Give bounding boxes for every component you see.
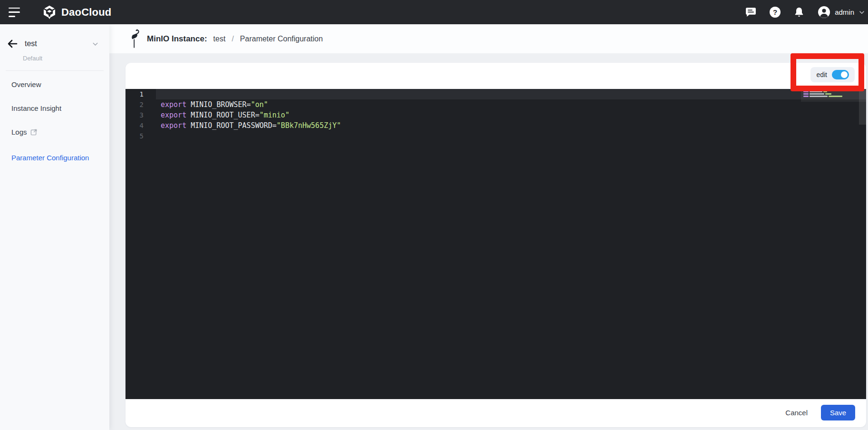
brand-logo[interactable]: DaoCloud <box>42 5 111 20</box>
code-text <box>156 89 866 99</box>
external-link-icon <box>30 128 38 136</box>
sidebar: test Default OverviewInstance InsightLog… <box>0 24 109 430</box>
code-line-5[interactable]: 5 <box>125 131 866 141</box>
line-number: 5 <box>125 131 156 141</box>
code-text <box>156 131 866 141</box>
breadcrumb-page: Parameter Configuration <box>240 35 323 43</box>
breadcrumb-title: MinIO Instance: <box>147 34 207 44</box>
sidebar-nav: OverviewInstance InsightLogsParameter Co… <box>0 72 109 169</box>
bell-icon[interactable] <box>793 7 805 18</box>
save-button[interactable]: Save <box>821 405 855 420</box>
project-chevron-down-icon[interactable] <box>92 40 99 48</box>
code-editor[interactable]: 12export MINIO_BROWSER="on"3export MINIO… <box>125 89 866 399</box>
project-namespace: Default <box>23 55 42 62</box>
avatar <box>818 6 830 19</box>
project-name[interactable]: test <box>25 39 37 48</box>
back-arrow-icon[interactable] <box>7 38 18 49</box>
code-line-4[interactable]: 4export MINIO_ROOT_PASSWORD="BBk7nHw565Z… <box>125 120 866 131</box>
breadcrumb-instance[interactable]: test <box>213 35 226 43</box>
sidebar-item-overview[interactable]: Overview <box>0 72 109 96</box>
chat-icon[interactable] <box>745 6 757 18</box>
parameter-config-panel: edit 12export MINIO_BROWSER="on"3export … <box>125 63 866 427</box>
code-text: export MINIO_ROOT_PASSWORD="BBk7nHw565Zj… <box>156 120 866 131</box>
user-menu[interactable]: admin <box>818 6 865 19</box>
help-icon[interactable]: ? <box>770 7 781 18</box>
topbar: DaoCloud ? admin <box>0 0 868 24</box>
cancel-button[interactable]: Cancel <box>784 407 809 419</box>
sidebar-divider <box>6 70 104 71</box>
sidebar-item-logs[interactable]: Logs <box>0 120 109 144</box>
code-line-2[interactable]: 2export MINIO_BROWSER="on" <box>125 99 866 110</box>
page-header: MinIO Instance: test / Parameter Configu… <box>109 24 868 53</box>
breadcrumb: MinIO Instance: test / Parameter Configu… <box>128 24 323 53</box>
sidebar-item-label: Overview <box>11 80 41 88</box>
sidebar-item-instance-insight[interactable]: Instance Insight <box>0 96 109 120</box>
toggle-knob <box>841 71 848 78</box>
sidebar-item-label: Logs <box>11 128 27 136</box>
edit-toggle-group: edit <box>810 67 855 82</box>
chevron-down-icon <box>858 9 865 16</box>
minio-bird-icon <box>128 29 141 49</box>
code-line-3[interactable]: 3export MINIO_ROOT_USER="minio" <box>125 110 866 120</box>
brand-name: DaoCloud <box>61 6 111 19</box>
panel-footer: Cancel Save <box>784 405 855 420</box>
daocloud-cube-icon <box>42 5 57 20</box>
line-number: 3 <box>125 110 156 120</box>
code-line-1[interactable]: 1 <box>125 89 866 99</box>
line-number: 2 <box>125 99 156 110</box>
sidebar-item-label: Parameter Configuration <box>11 154 89 162</box>
edit-toggle-switch[interactable] <box>832 70 849 79</box>
code-text: export MINIO_ROOT_USER="minio" <box>156 110 866 120</box>
code-text: export MINIO_BROWSER="on" <box>156 99 866 110</box>
sidebar-item-label: Instance Insight <box>11 104 61 112</box>
line-number: 4 <box>125 120 156 131</box>
sidebar-item-parameter-configuration[interactable]: Parameter Configuration <box>0 146 109 169</box>
username-label: admin <box>835 8 854 16</box>
breadcrumb-separator: / <box>231 35 233 43</box>
hamburger-menu-icon[interactable] <box>9 8 21 17</box>
line-number: 1 <box>125 89 156 99</box>
code-lines: 12export MINIO_BROWSER="on"3export MINIO… <box>125 89 866 141</box>
edit-toggle-label: edit <box>816 71 827 78</box>
